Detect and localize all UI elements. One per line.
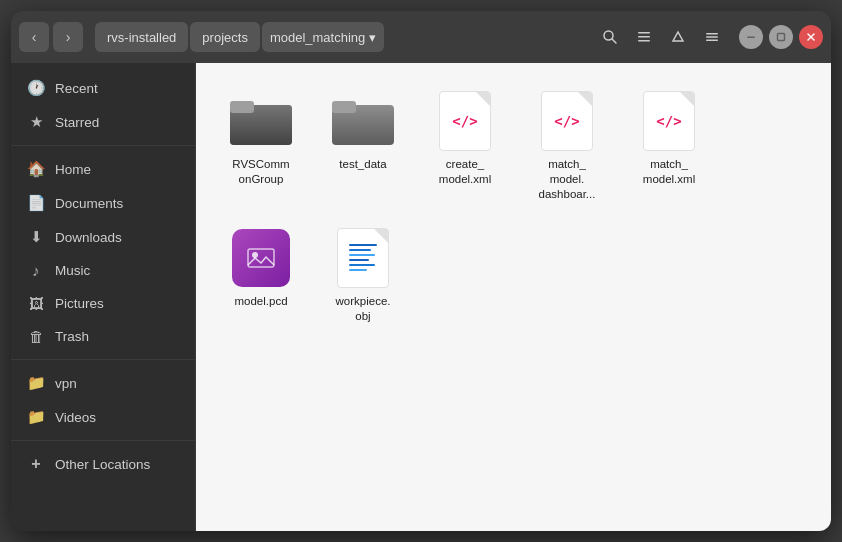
view-options-button[interactable]	[663, 22, 693, 52]
sidebar-label-trash: Trash	[55, 329, 89, 344]
breadcrumb-rvs-installed[interactable]: rvs-installed	[95, 22, 188, 52]
file-item-match-model-dashboard[interactable]: </> match_model.dashboar...	[522, 83, 612, 208]
svg-rect-18	[248, 249, 274, 267]
menu-button[interactable]	[697, 22, 727, 52]
svg-rect-6	[706, 33, 718, 35]
sidebar-label-starred: Starred	[55, 115, 99, 130]
file-item-rvs-common-group[interactable]: RVSCommonGroup	[216, 83, 306, 208]
file-area: RVSCommonGroup	[196, 63, 831, 531]
folder-icon-test-data	[331, 89, 395, 153]
svg-rect-3	[638, 36, 650, 38]
svg-rect-8	[706, 40, 718, 42]
vpn-folder-icon: 📁	[27, 374, 45, 392]
file-label-test-data: test_data	[339, 157, 386, 172]
xml-icon-match: </>	[637, 89, 701, 153]
sidebar-item-videos[interactable]: 📁 Videos	[11, 400, 195, 434]
sidebar-divider-2	[11, 359, 195, 360]
sidebar-item-downloads[interactable]: ⬇ Downloads	[11, 220, 195, 254]
sidebar-divider-1	[11, 145, 195, 146]
file-manager-window: ‹ › rvs-installed projects model_matchin…	[11, 11, 831, 531]
breadcrumb-model-matching[interactable]: model_matching ▾	[262, 22, 384, 52]
sidebar-divider-3	[11, 440, 195, 441]
sidebar-item-documents[interactable]: 📄 Documents	[11, 186, 195, 220]
file-item-test-data[interactable]: test_data	[318, 83, 408, 208]
svg-line-1	[612, 39, 616, 43]
sidebar-item-other-locations[interactable]: + Other Locations	[11, 447, 195, 481]
svg-rect-2	[638, 32, 650, 34]
svg-rect-10	[778, 34, 785, 41]
file-item-match-model-xml[interactable]: </> match_model.xml	[624, 83, 714, 208]
sidebar-label-music: Music	[55, 263, 90, 278]
file-label-create-model: create_model.xml	[439, 157, 491, 187]
minimize-button[interactable]	[739, 25, 763, 49]
sidebar-item-music[interactable]: ♪ Music	[11, 254, 195, 287]
chevron-down-icon: ▾	[369, 30, 376, 45]
view-options-icon	[671, 30, 685, 44]
sidebar-label-recent: Recent	[55, 81, 98, 96]
svg-rect-4	[638, 40, 650, 42]
add-location-icon: +	[27, 455, 45, 473]
xml-tag-dashboard: </>	[554, 113, 579, 129]
sidebar-label-videos: Videos	[55, 410, 96, 425]
sidebar-label-other-locations: Other Locations	[55, 457, 150, 472]
folder-svg-dark	[230, 95, 292, 147]
home-icon: 🏠	[27, 160, 45, 178]
sidebar-label-downloads: Downloads	[55, 230, 122, 245]
music-icon: ♪	[27, 262, 45, 279]
toolbar-actions	[595, 22, 727, 52]
sidebar-item-vpn[interactable]: 📁 vpn	[11, 366, 195, 400]
close-button[interactable]	[799, 25, 823, 49]
sidebar-item-trash[interactable]: 🗑 Trash	[11, 320, 195, 353]
image-icon	[246, 243, 276, 273]
sidebar-label-documents: Documents	[55, 196, 123, 211]
sidebar: 🕐 Recent ★ Starred 🏠 Home 📄 Documents ⬇ …	[11, 63, 196, 531]
sidebar-item-home[interactable]: 🏠 Home	[11, 152, 195, 186]
hamburger-icon	[704, 29, 720, 45]
svg-rect-7	[706, 36, 718, 38]
svg-marker-5	[673, 32, 683, 41]
folder-icon-rvs	[229, 89, 293, 153]
xml-icon-create: </>	[433, 89, 497, 153]
trash-icon: 🗑	[27, 328, 45, 345]
xml-icon-dashboard: </>	[535, 89, 599, 153]
window-controls	[739, 25, 823, 49]
maximize-icon	[776, 32, 786, 42]
list-view-button[interactable]	[629, 22, 659, 52]
xml-tag-match: </>	[656, 113, 681, 129]
pcd-icon	[229, 226, 293, 290]
file-item-workpiece-obj[interactable]: workpiece.obj	[318, 220, 408, 330]
breadcrumb-projects[interactable]: projects	[190, 22, 260, 52]
minimize-icon	[746, 32, 756, 42]
search-icon	[602, 29, 618, 45]
pictures-icon: 🖼	[27, 295, 45, 312]
search-button[interactable]	[595, 22, 625, 52]
sidebar-item-starred[interactable]: ★ Starred	[11, 105, 195, 139]
sidebar-item-recent[interactable]: 🕐 Recent	[11, 71, 195, 105]
downloads-icon: ⬇	[27, 228, 45, 246]
file-label-rvs: RVSCommonGroup	[232, 157, 289, 187]
close-icon	[806, 32, 816, 42]
forward-button[interactable]: ›	[53, 22, 83, 52]
sidebar-label-vpn: vpn	[55, 376, 77, 391]
svg-rect-15	[230, 101, 254, 113]
recent-icon: 🕐	[27, 79, 45, 97]
main-content: 🕐 Recent ★ Starred 🏠 Home 📄 Documents ⬇ …	[11, 63, 831, 531]
folder-svg-grey	[332, 95, 394, 147]
file-label-model-pcd: model.pcd	[234, 294, 287, 309]
file-label-workpiece-obj: workpiece.obj	[336, 294, 391, 324]
titlebar: ‹ › rvs-installed projects model_matchin…	[11, 11, 831, 63]
svg-rect-9	[747, 37, 755, 39]
file-item-model-pcd[interactable]: model.pcd	[216, 220, 306, 330]
xml-tag-create: </>	[452, 113, 477, 129]
file-label-match-model: match_model.xml	[643, 157, 695, 187]
starred-icon: ★	[27, 113, 45, 131]
list-icon	[636, 29, 652, 45]
sidebar-label-pictures: Pictures	[55, 296, 104, 311]
file-item-create-model-xml[interactable]: </> create_model.xml	[420, 83, 510, 208]
sidebar-label-home: Home	[55, 162, 91, 177]
documents-icon: 📄	[27, 194, 45, 212]
back-button[interactable]: ‹	[19, 22, 49, 52]
maximize-button[interactable]	[769, 25, 793, 49]
sidebar-item-pictures[interactable]: 🖼 Pictures	[11, 287, 195, 320]
file-label-match-dashboard: match_model.dashboar...	[539, 157, 596, 202]
